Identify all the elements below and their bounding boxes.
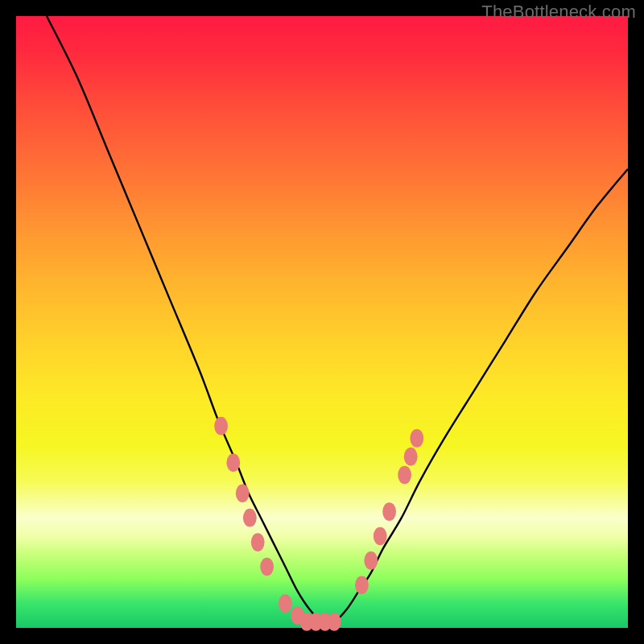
curve-marker [260, 558, 274, 576]
curve-marker [236, 484, 250, 502]
watermark-text: TheBottleneck.com [481, 2, 636, 23]
curve-marker [382, 502, 396, 521]
curve-marker [374, 527, 387, 546]
curve-marker [251, 533, 265, 551]
curve-marker [328, 613, 341, 631]
curve-marker [214, 417, 228, 436]
outer-frame: TheBottleneck.com [0, 0, 644, 644]
curve-marker [404, 448, 418, 466]
bottleneck-curve-svg [16, 16, 628, 628]
curve-marker [279, 594, 292, 613]
curve-marker [355, 576, 369, 594]
bottleneck-curve [47, 16, 628, 623]
plot-area [16, 16, 628, 628]
curve-marker [364, 551, 378, 570]
curve-marker [410, 429, 423, 448]
curve-markers [214, 417, 423, 631]
curve-marker [243, 509, 257, 527]
curve-marker [398, 466, 411, 485]
curve-marker [226, 453, 240, 472]
